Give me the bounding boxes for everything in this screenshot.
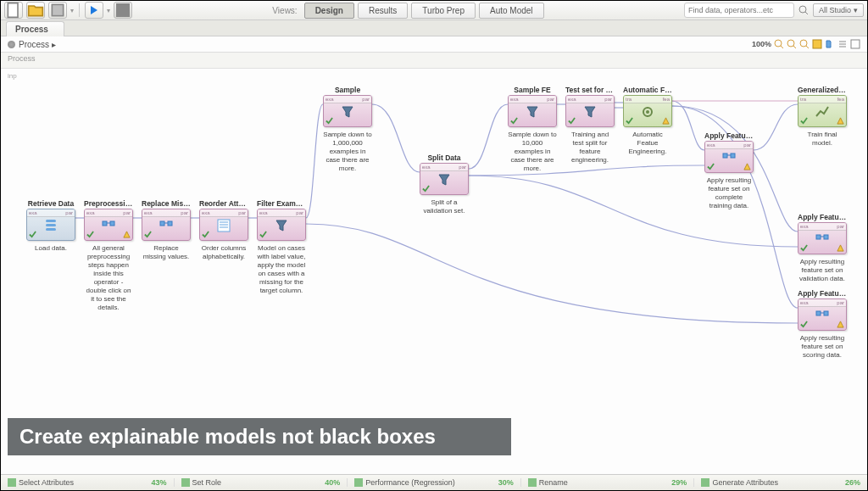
operator-icon: [8, 478, 16, 487]
check-icon: [800, 117, 808, 125]
process-canvas[interactable]: inp Retrie: [1, 69, 867, 474]
view-design-tab[interactable]: Design: [304, 3, 354, 19]
operator-box[interactable]: exapar: [798, 299, 847, 331]
status-item-4[interactable]: Generate Attributes26%: [694, 478, 867, 487]
operator-box[interactable]: exapar: [142, 209, 191, 241]
operator-icon: [701, 478, 709, 487]
warning-icon: [743, 163, 751, 170]
operator-testset[interactable]: Test set for FEexaparTraining and test s…: [565, 86, 615, 165]
layout-icon[interactable]: [812, 39, 822, 49]
warning-icon: [837, 244, 844, 252]
warning-icon: [837, 321, 844, 328]
operator-title: Apply Feature Set o...: [704, 131, 754, 140]
stop-button[interactable]: [114, 2, 132, 19]
check-icon: [707, 163, 715, 170]
svg-rect-31: [354, 478, 363, 487]
svg-rect-26: [824, 235, 828, 239]
open-folder-button[interactable]: [26, 2, 45, 19]
status-item-0[interactable]: Select Attributes43%: [1, 478, 175, 487]
check-icon: [144, 231, 152, 238]
operator-description: Apply resulting feature set on validatio…: [798, 258, 847, 283]
operator-title: Test set for FE: [565, 86, 615, 94]
operator-replace[interactable]: Replace Missing Va...exaparReplace missi…: [142, 199, 191, 261]
operator-title: Replace Missing Va...: [142, 199, 191, 208]
operator-box[interactable]: exapar: [508, 95, 557, 127]
breadcrumb[interactable]: Process ▸: [8, 40, 56, 49]
operator-box[interactable]: exapar: [798, 222, 847, 254]
save-button[interactable]: [48, 2, 67, 19]
operator-split[interactable]: Split DataexaparSplit of a validation se…: [420, 153, 469, 215]
operator-box[interactable]: exapar: [323, 95, 372, 127]
operator-apply3[interactable]: Apply Feature Set o...exaparApply result…: [798, 289, 847, 360]
operator-icon: [354, 478, 363, 487]
operator-description: All general preprocessing steps happen i…: [84, 244, 133, 312]
process-tab[interactable]: Process: [6, 21, 64, 36]
search-icon[interactable]: [798, 4, 810, 16]
operator-description: Apply resulting feature set on scoring d…: [798, 334, 847, 360]
svg-rect-29: [8, 478, 16, 487]
view-turboprep-tab[interactable]: Turbo Prep: [411, 3, 476, 19]
view-automodel-tab[interactable]: Auto Model: [479, 3, 544, 19]
operator-icon: [528, 478, 537, 487]
operator-box[interactable]: exapar: [26, 209, 75, 241]
search-input[interactable]: [684, 3, 794, 18]
operator-box[interactable]: exapar: [257, 209, 306, 241]
svg-rect-24: [731, 153, 735, 158]
operator-filter[interactable]: Filter ExamplesexaparModel on cases with…: [257, 199, 306, 295]
svg-rect-28: [824, 311, 828, 315]
operator-sample[interactable]: SampleexaparSample down to 1,000,000 exa…: [323, 86, 372, 173]
zoom-reset-icon[interactable]: [787, 39, 797, 49]
operator-box[interactable]: exapar: [565, 95, 615, 127]
operator-autofe[interactable]: Automatic Feature E...trafeaAutomatic Fe…: [623, 86, 672, 156]
operator-preproc[interactable]: PreprocessingexaparAll general preproces…: [84, 199, 133, 312]
operator-title: Generalized Linear ...: [798, 86, 847, 94]
operator-box[interactable]: exapar: [420, 163, 469, 195]
svg-point-9: [800, 40, 807, 47]
svg-rect-16: [103, 221, 107, 226]
operator-title: Apply Feature Set o...: [798, 213, 847, 221]
arrange-icon[interactable]: [837, 39, 848, 49]
svg-rect-25: [816, 235, 821, 239]
operator-description: Training and test split for feature engi…: [565, 131, 615, 165]
warning-icon: [662, 117, 670, 125]
operator-description: Sample down to 1,000,000 examples in cas…: [323, 131, 372, 173]
operator-description: Sample down to 10,000 examples in case t…: [508, 131, 557, 173]
operator-description: Split of a validation set.: [420, 198, 469, 215]
status-item-3[interactable]: Rename29%: [521, 478, 695, 487]
new-file-button[interactable]: [4, 2, 23, 19]
operator-box[interactable]: trafea: [623, 95, 672, 127]
operator-reorder[interactable]: Reorder AttributesexaparOrder columns al…: [199, 199, 248, 261]
operator-title: Sample: [323, 86, 372, 94]
operator-description: Model on cases with label value, apply t…: [257, 244, 306, 295]
zoom-out-icon[interactable]: [774, 39, 784, 49]
check-icon: [259, 231, 267, 238]
operator-title: Reorder Attributes: [199, 199, 248, 208]
operator-title: Sample FE: [508, 86, 557, 94]
svg-point-3: [799, 6, 806, 13]
operator-box[interactable]: exapar: [199, 209, 248, 241]
operator-title: Preprocessing: [84, 199, 133, 208]
operator-apply1[interactable]: Apply Feature Set o...exaparApply result…: [704, 131, 754, 210]
views-label: Views:: [272, 6, 297, 15]
svg-rect-2: [116, 3, 130, 17]
status-item-2[interactable]: Performance (Regression)30%: [348, 478, 521, 487]
operator-apply2[interactable]: Apply Feature Set o...exaparApply result…: [798, 213, 847, 283]
view-results-tab[interactable]: Results: [358, 3, 408, 19]
zoom-in-icon[interactable]: [799, 39, 810, 49]
operator-retrieve[interactable]: Retrieve DataexaparLoad data.: [26, 199, 75, 253]
svg-rect-12: [851, 40, 860, 48]
operator-box[interactable]: exapar: [704, 141, 754, 173]
zoom-percent: 100%: [752, 40, 771, 48]
run-button[interactable]: [85, 2, 103, 19]
warning-icon: [837, 117, 844, 125]
operator-box[interactable]: trafea: [798, 95, 847, 127]
status-item-1[interactable]: Set Role40%: [175, 478, 348, 487]
operator-box[interactable]: exapar: [84, 209, 133, 241]
collapse-icon[interactable]: [850, 39, 860, 49]
export-icon[interactable]: [825, 39, 835, 49]
operator-description: Apply resulting feature set on complete …: [704, 176, 754, 210]
operator-samplefe[interactable]: Sample FEexaparSample down to 10,000 exa…: [508, 86, 557, 173]
repository-dropdown[interactable]: All Studio▾: [813, 3, 864, 17]
svg-line-4: [805, 12, 808, 14]
operator-glm[interactable]: Generalized Linear ...trafeaTrain final …: [798, 86, 847, 148]
